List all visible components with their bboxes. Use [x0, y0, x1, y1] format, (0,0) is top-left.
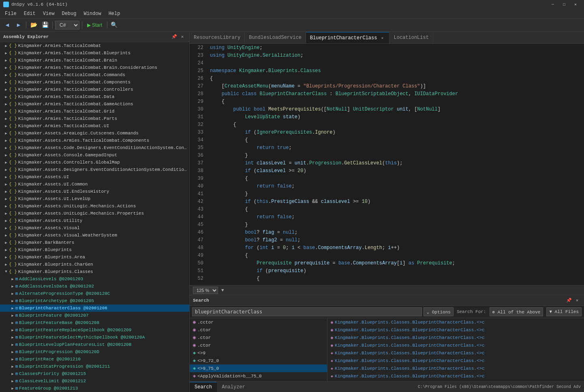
search-results-right[interactable]: ◉Kingmaker.Blueprints.Classes.BlueprintC… [327, 318, 584, 381]
tree-item[interactable]: ▶{ }Kingmaker.Armies.TacticalCombat.Game… [0, 100, 189, 108]
tree-item[interactable]: ▶⊞BlueprintStatProgression @02001211 [0, 363, 189, 370]
close-button[interactable]: ✕ [570, 1, 581, 8]
tree-item[interactable]: ▶{ }Kingmaker.Blueprints.Area [0, 254, 189, 261]
tree-item[interactable]: ▶⊞BlueprintRace @02001210 [0, 356, 189, 363]
tree-item[interactable]: ▶{ }Kingmaker.Armies.TacticalCombat.Brai… [0, 64, 189, 71]
search-input[interactable] [192, 307, 422, 316]
search-result-right-item[interactable]: ◈Kingmaker.Blueprints.Classes.BlueprintC… [327, 364, 584, 372]
search-close-button[interactable]: ✕ [573, 297, 581, 304]
tab-location-list[interactable]: LocationList [389, 32, 433, 43]
tree-item[interactable]: ▶{ }Kingmaker.Assets.Console.GamepadInpu… [0, 151, 189, 159]
search-files-dropdown[interactable]: ▼ All Files [546, 307, 582, 316]
tree-item[interactable]: ▶{ }Kingmaker.Armies.TacticalCombat [0, 42, 189, 49]
menu-help[interactable]: Help [105, 10, 124, 17]
tree-item[interactable]: ▶⊞ClassesPriority @02001215 [0, 370, 189, 377]
code-editor[interactable]: 22 using UnityEngine; 23 using UnityEngi… [190, 44, 584, 285]
tree-item[interactable]: ▶{ }Kingmaker.Blueprints [0, 246, 189, 254]
tab-close-blueprint[interactable]: ✕ [379, 35, 385, 41]
tab-blueprint-character-class[interactable]: BlueprintCharacterClass ✕ [306, 32, 390, 43]
tree-item[interactable]: ▶⊞BlueprintFeature @02001207 [0, 312, 189, 319]
tree-item[interactable]: ▶⊞BlueprintFeatureSelectMythicSpellbook … [0, 334, 189, 341]
back-button[interactable]: ◀ [2, 20, 12, 30]
tree-item[interactable]: ▶{ }Kingmaker.Assets.Controllers.GlobalM… [0, 159, 189, 166]
tree-item[interactable]: ▶⊞AlternateProgressionType @0200120C [0, 290, 189, 297]
tree-item[interactable]: ▶{ }Kingmaker.Assets.Visual.WeatherSyste… [0, 232, 189, 239]
assembly-tree[interactable]: ▶{ }Kingmaker.Armies.TacticalCombat▶{ }K… [0, 42, 189, 392]
tree-item[interactable]: ▶⊞AddClassLevels @02001203 [0, 275, 189, 283]
search-all-dropdown[interactable]: ⊕ All of the Above [490, 307, 543, 316]
tree-item[interactable]: ▶{ }Kingmaker.Armies.TacticalCombat.Comm… [0, 71, 189, 79]
minimize-button[interactable]: ─ [548, 1, 558, 8]
tab-resources-library[interactable]: ResourcesLibrary [190, 32, 245, 43]
tree-item[interactable]: ▶{ }Kingmaker.Assets.UI.EndlessHistory [0, 188, 189, 195]
search-result-left-item[interactable]: ◈<>9 [190, 349, 327, 357]
maximize-button[interactable]: □ [559, 1, 569, 8]
tree-item[interactable]: ▶{ }Kingmaker.Assets.UnitLogic.Mechanics… [0, 202, 189, 210]
search-options-button[interactable]: ⌄ Options [424, 307, 453, 316]
save-button[interactable]: 💾 [40, 20, 50, 30]
bottom-tab-search[interactable]: Search [190, 382, 217, 392]
tree-item[interactable]: ▶⊞AddClassLevelsData @02001202 [0, 283, 189, 290]
start-button[interactable]: ▶ Start [85, 21, 105, 29]
search-result-left-item[interactable]: ◉.ctor [190, 326, 327, 334]
tree-item[interactable]: ▶{ }Kingmaker.Armies.TacticalCombat.Comp… [0, 79, 189, 86]
tree-item[interactable]: ▶⊞FeatureGroup @02001213 [0, 385, 189, 392]
tab-bundles-load-service[interactable]: BundlesLoadService [245, 32, 306, 43]
tree-item[interactable]: ▶{ }Kingmaker.Armies.TacticalCombat.Blue… [0, 49, 189, 57]
search-result-right-item[interactable]: ◉Kingmaker.Blueprints.Classes.BlueprintC… [327, 326, 584, 334]
tree-item[interactable]: ▶{ }Kingmaker.Armies.TacticalCombat.Data [0, 93, 189, 100]
search-result-right-item[interactable]: ◉Kingmaker.Blueprints.Classes.BlueprintC… [327, 334, 584, 341]
search-result-left-item[interactable]: ◈<>9_75_0 [190, 364, 327, 372]
forward-button[interactable]: ▶ [14, 20, 24, 30]
tree-item[interactable]: ▶{ }Kingmaker.Armies.TacticalCombat.Brai… [0, 57, 189, 64]
tree-item[interactable]: ▶⊞BlueprintArchetype @02001205 [0, 297, 189, 305]
bottom-tab-analyzer[interactable]: Analyzer [217, 382, 250, 392]
search-result-left-item[interactable]: ◉.ctor [190, 334, 327, 341]
tree-item[interactable]: ▶{ }Kingmaker.Assets.Armies.TacticalComb… [0, 137, 189, 144]
tree-item[interactable]: ▶{ }Kingmaker.Armies.TacticalCombat.UI [0, 122, 189, 130]
tree-item[interactable]: ▶{ }Kingmaker.Assets.Designers.EventCond… [0, 166, 189, 173]
assembly-close-button[interactable]: ✕ [179, 33, 186, 40]
tree-item[interactable]: ▼{ }Kingmaker.Blueprints.Classes [0, 268, 189, 275]
tree-item[interactable]: ▶{ }Kingmaker.Assets.UI.LevelUp [0, 195, 189, 202]
assembly-pin-button[interactable]: 📌 [171, 33, 178, 40]
tree-item[interactable]: ▶⊞BlueprintFeatureReplaceSpellbook @0200… [0, 326, 189, 334]
search-result-right-item[interactable]: ◉Kingmaker.Blueprints.Classes.BlueprintC… [327, 341, 584, 349]
tree-item[interactable]: ▶{ }Kingmaker.Assets.Utility [0, 217, 189, 224]
search-pin-button[interactable]: 📌 [565, 297, 573, 304]
tree-item[interactable]: ▶{ }Kingmaker.Assets.Code.Designers.Even… [0, 144, 189, 151]
search-result-right-item[interactable]: ◈Kingmaker.Blueprints.Classes.BlueprintC… [327, 349, 584, 357]
menu-view[interactable]: View [40, 10, 58, 17]
zoom-dropdown[interactable]: 125 % 100 % 150 % [193, 287, 218, 294]
search-result-left-item[interactable]: ◉.ctor [190, 341, 327, 349]
tree-item[interactable]: ▶{ }Kingmaker.Armies.TacticalCombat.Cont… [0, 86, 189, 93]
search-result-right-item[interactable]: ◈Kingmaker.Blueprints.Classes.BlueprintC… [327, 357, 584, 364]
search-results-left[interactable]: ◉.cctor◉.ctor◉.ctor◉.ctor◈<>9◈<>9_72_0◈<… [190, 318, 327, 381]
tree-item[interactable]: ▶{ }Kingmaker.Assets.Visual [0, 224, 189, 232]
tree-item[interactable]: ▶⊞ClassLevelLimit @02001212 [0, 377, 189, 385]
tree-item[interactable]: ▶{ }Kingmaker.Assets.UI.Common [0, 181, 189, 188]
tree-item[interactable]: ▶{ }Kingmaker.Armies.TacticalCombat.Part… [0, 115, 189, 122]
tree-item[interactable]: ▶⊞BlueprintCharacterClass @02001206 [0, 305, 189, 312]
language-dropdown[interactable]: C# IL [55, 21, 79, 30]
menu-edit[interactable]: Edit [21, 10, 39, 17]
search-toolbar-button[interactable]: 🔍 [110, 21, 118, 29]
tree-item[interactable]: ▶⊞BlueprintProgression @0200120D [0, 348, 189, 356]
search-result-left-item[interactable]: ◉.cctor [190, 318, 327, 326]
tree-item[interactable]: ▶{ }Kingmaker.Armies.TacticalCombat.Grid [0, 108, 189, 115]
tree-item[interactable]: ▶{ }Kingmaker.Blueprints.CharGen [0, 261, 189, 268]
tree-item[interactable]: ▶{ }Kingmaker.Assets.UnitLogic.Mechanics… [0, 210, 189, 217]
menu-debug[interactable]: Debug [58, 10, 79, 17]
tree-item[interactable]: ▶{ }Kingmaker.Assets.AreaLogic.Cutscenes… [0, 130, 189, 137]
open-button[interactable]: 📂 [29, 20, 39, 30]
tree-item[interactable]: ▶⊞BlueprintLevelUpPlanFeaturesList @0200… [0, 341, 189, 348]
search-result-left-item[interactable]: ◈<ApplyValidation>b__75_0 [190, 372, 327, 380]
tree-item[interactable]: ▶{ }Kingmaker.Assets.UI [0, 173, 189, 181]
tree-item[interactable]: ▶{ }Kingmaker.BarkBanters [0, 239, 189, 246]
search-result-right-item[interactable]: ◈Kingmaker.Blueprints.Classes.BlueprintC… [327, 372, 584, 380]
search-result-left-item[interactable]: ◈<>9_72_0 [190, 357, 327, 364]
menu-file[interactable]: File [2, 10, 20, 17]
menu-window[interactable]: Window [80, 10, 104, 17]
tree-item[interactable]: ▶⊞BlueprintFeatureBase @02001208 [0, 319, 189, 326]
search-result-right-item[interactable]: ◉Kingmaker.Blueprints.Classes.BlueprintC… [327, 318, 584, 326]
